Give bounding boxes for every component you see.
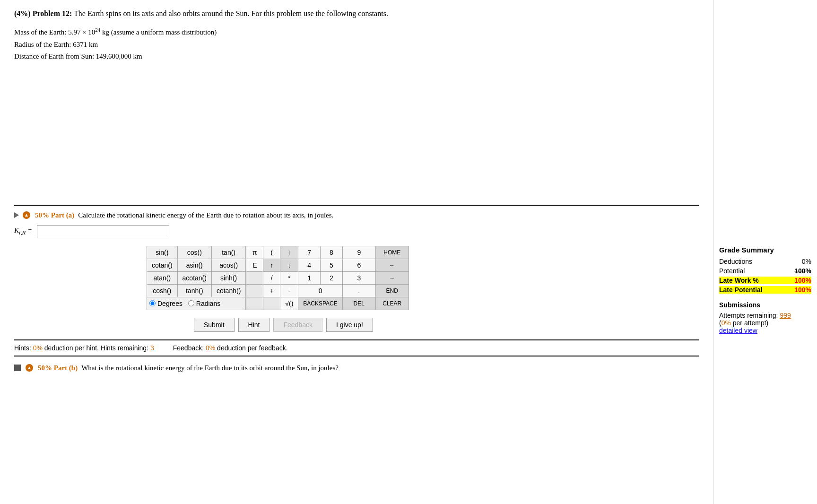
late-work-row: Late Work % 100%	[719, 277, 811, 284]
part-a-label: 50% Part (a)	[35, 211, 74, 219]
seven-btn[interactable]: 7	[298, 246, 321, 259]
sinh-btn[interactable]: sinh()	[211, 271, 245, 284]
hints-info: Hints: 0% deduction per hint. Hints rema…	[14, 344, 154, 352]
nine-btn[interactable]: 9	[342, 246, 375, 259]
close-paren-btn[interactable]: )	[280, 246, 298, 259]
plus-btn[interactable]: +	[263, 284, 280, 297]
grade-summary: Grade Summary Deductions 0% Potential 10…	[719, 246, 811, 294]
divide-btn[interactable]: /	[263, 271, 280, 284]
cotanh-btn[interactable]: cotanh()	[211, 284, 245, 297]
part-a-section: ▲ 50% Part (a) Calculate the rotational …	[14, 205, 699, 356]
two-btn[interactable]: 2	[321, 271, 343, 284]
degrees-radio[interactable]	[149, 300, 156, 306]
input-subscript: r,R	[19, 229, 26, 236]
cosh-btn[interactable]: cosh()	[147, 284, 178, 297]
late-work-label: Late Work %	[719, 277, 759, 284]
degrees-label: Degrees	[157, 300, 183, 307]
multiply-btn[interactable]: *	[280, 271, 298, 284]
detailed-view-link[interactable]: detailed view	[719, 327, 757, 334]
late-work-value: 100%	[794, 277, 811, 284]
play-icon	[14, 212, 19, 218]
part-b-square-icon	[14, 365, 21, 371]
empty4-btn	[263, 297, 280, 310]
degree-radians-selector[interactable]: Degrees Radians	[149, 300, 243, 307]
acotan-btn[interactable]: acotan()	[177, 271, 211, 284]
potential-value: 100%	[794, 267, 811, 275]
deductions-row: Deductions 0%	[719, 258, 811, 265]
action-buttons: Submit Hint Feedback I give up!	[194, 318, 699, 332]
per-attempt-pct: 0%	[721, 319, 731, 327]
late-potential-label: Late Potential	[719, 286, 763, 294]
feedback-suffix: deduction per feedback.	[215, 344, 287, 352]
radians-radio[interactable]	[188, 300, 194, 306]
sin-btn[interactable]: sin()	[147, 246, 178, 259]
end-btn[interactable]: END	[375, 284, 408, 297]
problem-number: (4%) Problem 12:	[14, 9, 72, 17]
late-potential-value: 100%	[794, 286, 811, 294]
right-arrow-btn[interactable]: →	[375, 271, 408, 284]
attempts-label: Attempts remaining:	[719, 312, 780, 319]
feedback-button: Feedback	[273, 318, 322, 332]
cos-btn[interactable]: cos()	[177, 246, 211, 259]
deductions-value: 0%	[802, 258, 811, 265]
up-arrow-btn[interactable]: ↑	[263, 259, 280, 271]
minus-btn[interactable]: -	[280, 284, 298, 297]
backspace-small-btn[interactable]: ←	[375, 259, 408, 271]
open-paren-btn[interactable]: (	[263, 246, 280, 259]
potential-label: Potential	[719, 267, 745, 275]
tanh-btn[interactable]: tanh()	[177, 284, 211, 297]
hints-bar: Hints: 0% deduction per hint. Hints rema…	[14, 339, 699, 356]
dot-btn[interactable]: .	[342, 284, 375, 297]
asin-btn[interactable]: asin()	[177, 259, 211, 271]
submit-button[interactable]: Submit	[194, 318, 235, 332]
feedback-pct: 0%	[206, 344, 215, 352]
cotan-btn[interactable]: cotan()	[147, 259, 178, 271]
sqrt-btn[interactable]: √()	[280, 297, 298, 310]
hints-remaining: 3	[150, 344, 154, 352]
submissions-section: Submissions Attempts remaining: 999 (0% …	[719, 301, 811, 334]
pi-btn[interactable]: π	[246, 246, 263, 259]
clear-btn[interactable]: CLEAR	[375, 297, 408, 310]
detailed-view-row: detailed view	[719, 327, 811, 334]
tan-btn[interactable]: tan()	[211, 246, 245, 259]
give-up-button[interactable]: I give up!	[326, 318, 373, 332]
hints-suffix: deduction per hint. Hints remaining:	[43, 344, 150, 352]
attempts-value[interactable]: 999	[780, 312, 791, 319]
backspace-btn[interactable]: BACKSPACE	[298, 297, 342, 310]
distance-constant: Distance of Earth from Sun: 149,600,000 …	[14, 51, 699, 63]
sidebar: Grade Summary Deductions 0% Potential 10…	[713, 0, 817, 504]
part-a-header: ▲ 50% Part (a) Calculate the rotational …	[14, 211, 699, 219]
e-btn[interactable]: E	[246, 259, 263, 271]
calculator: sin() cos() tan() cotan() asin() acos() …	[147, 246, 699, 310]
zero-btn[interactable]: 0	[298, 284, 342, 297]
per-attempt-row: (0% per attempt)	[719, 319, 811, 327]
eight-btn[interactable]: 8	[321, 246, 343, 259]
part-b-warning-icon: ▲	[26, 364, 33, 372]
problem-constants: Mass of the Earth: 5.97 × 1024 kg (assum…	[14, 26, 699, 63]
three-btn[interactable]: 3	[342, 271, 375, 284]
calc-function-buttons: sin() cos() tan() cotan() asin() acos() …	[147, 246, 246, 310]
grade-summary-title: Grade Summary	[719, 246, 811, 254]
atan-btn[interactable]: atan()	[147, 271, 178, 284]
input-label: Kr,R =	[14, 226, 32, 236]
attempts-row: Attempts remaining: 999	[719, 312, 811, 319]
numpad: π ( ) 7 8 9 HOME E ↑ ↓ 4 5 6	[246, 246, 408, 310]
mass-constant: Mass of the Earth: 5.97 × 1024 kg (assum…	[14, 26, 699, 39]
input-row: Kr,R =	[14, 225, 699, 238]
six-btn[interactable]: 6	[342, 259, 375, 271]
hint-button[interactable]: Hint	[238, 318, 270, 332]
part-a-description: Calculate the rotational kinetic energy …	[78, 211, 333, 219]
deductions-label: Deductions	[719, 258, 752, 265]
four-btn[interactable]: 4	[298, 259, 321, 271]
five-btn[interactable]: 5	[321, 259, 343, 271]
per-attempt-suffix: per attempt)	[731, 319, 768, 327]
late-potential-row: Late Potential 100%	[719, 286, 811, 294]
empty3-btn	[246, 297, 263, 310]
acos-btn[interactable]: acos()	[211, 259, 245, 271]
home-btn[interactable]: HOME	[375, 246, 408, 259]
one-btn[interactable]: 1	[298, 271, 321, 284]
answer-input[interactable]	[37, 225, 169, 238]
del-btn[interactable]: DEL	[342, 297, 375, 310]
empty2-btn	[246, 284, 263, 297]
down-arrow-btn[interactable]: ↓	[280, 259, 298, 271]
